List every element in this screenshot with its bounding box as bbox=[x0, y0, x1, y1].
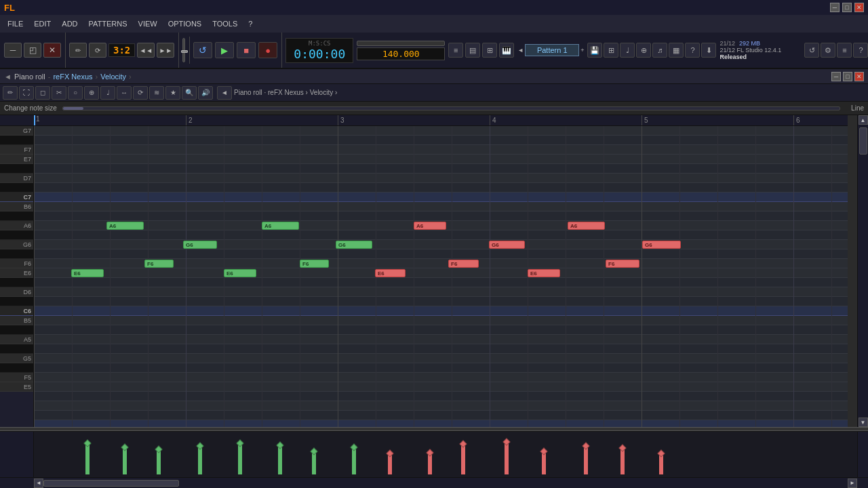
down-icon[interactable]: ⬇ bbox=[701, 43, 716, 58]
pr-section[interactable]: Velocity bbox=[100, 73, 126, 81]
tb-draw[interactable]: ✏ bbox=[69, 43, 87, 58]
pr-tool-select[interactable]: ⛶ bbox=[19, 86, 34, 100]
pattern-nav-right[interactable]: + bbox=[580, 47, 584, 54]
grid-row-22[interactable] bbox=[34, 335, 848, 344]
note-13[interactable]: A6 bbox=[568, 222, 605, 230]
key-D6[interactable]: D6 bbox=[0, 287, 33, 297]
grid-row-11[interactable] bbox=[34, 230, 848, 240]
grid-row-31[interactable] bbox=[34, 420, 848, 427]
key-Fs7[interactable] bbox=[0, 136, 33, 145]
pr-close[interactable]: ✕ bbox=[854, 72, 864, 81]
vel-bar-13[interactable] bbox=[584, 446, 588, 474]
h-scroll-track[interactable] bbox=[43, 479, 848, 487]
maximize-button[interactable]: □ bbox=[842, 3, 852, 12]
pr-tool-speaker[interactable]: 🔊 bbox=[198, 86, 213, 100]
pattern-nav-left[interactable]: ◄ bbox=[517, 47, 524, 54]
grid-row-9[interactable] bbox=[34, 211, 848, 221]
vel-bar-10[interactable] bbox=[461, 444, 465, 474]
vel-bar-1[interactable] bbox=[123, 447, 127, 474]
piano-icon[interactable]: ♩ bbox=[620, 43, 635, 58]
key-G5[interactable]: G5 bbox=[0, 354, 33, 363]
h-scroll-thumb[interactable] bbox=[43, 480, 179, 487]
pr-instrument[interactable]: reFX Nexus bbox=[53, 73, 92, 81]
pr-maximize[interactable]: □ bbox=[843, 72, 852, 81]
menu-view[interactable]: VIEW bbox=[134, 18, 162, 29]
note-14[interactable]: F6 bbox=[606, 260, 639, 268]
vel-bar-3[interactable] bbox=[198, 446, 202, 474]
settings-icon[interactable]: ≡ bbox=[837, 43, 852, 58]
vel-bar-7[interactable] bbox=[352, 447, 356, 474]
note-11[interactable]: G6 bbox=[489, 241, 525, 249]
tb-pattern-left[interactable]: ◄◄ bbox=[137, 43, 155, 58]
horizontal-scrollbar[interactable]: ◄ ► bbox=[0, 477, 868, 488]
grid-row-2[interactable] bbox=[34, 145, 848, 155]
vel-bar-0[interactable] bbox=[85, 443, 90, 474]
grid-row-4[interactable] bbox=[34, 164, 848, 174]
note-9[interactable]: A6 bbox=[414, 222, 446, 230]
grid-row-24[interactable] bbox=[34, 354, 848, 363]
stop-button[interactable]: ■ bbox=[237, 42, 256, 58]
note-2[interactable]: F6 bbox=[144, 260, 174, 268]
grid-row-7[interactable] bbox=[34, 192, 848, 202]
key-C7[interactable]: C7 bbox=[0, 192, 33, 202]
grid-row-13[interactable] bbox=[34, 249, 848, 259]
grid-row-25[interactable] bbox=[34, 363, 848, 373]
key-Cs7[interactable] bbox=[0, 183, 33, 192]
key-B6[interactable]: B6 bbox=[0, 202, 33, 211]
key-G7[interactable]: G7 bbox=[0, 126, 33, 136]
close-button[interactable]: ✕ bbox=[854, 3, 864, 12]
grid-row-27[interactable] bbox=[34, 382, 848, 392]
grid-row-18[interactable] bbox=[34, 297, 848, 306]
grid-row-16[interactable] bbox=[34, 278, 848, 287]
key-B5[interactable]: B5 bbox=[0, 316, 33, 325]
velocity-grid[interactable] bbox=[34, 432, 857, 477]
key-C6[interactable]: C6 bbox=[0, 306, 33, 316]
note-4[interactable]: E6 bbox=[224, 269, 256, 277]
mixer-icon[interactable]: ≡ bbox=[448, 43, 463, 58]
grid-row-6[interactable] bbox=[34, 183, 848, 192]
tb-minimize[interactable]: ─ bbox=[4, 43, 22, 58]
piano-roll-icon[interactable]: 🎹 bbox=[499, 43, 514, 58]
note-7[interactable]: G6 bbox=[336, 241, 372, 249]
key-Ds6[interactable] bbox=[0, 278, 33, 287]
grid-scroll[interactable]: 1 2 3 4 5 6 bbox=[34, 115, 857, 427]
vel-bar-4[interactable] bbox=[238, 443, 242, 474]
tb-close[interactable]: ✕ bbox=[43, 43, 61, 58]
save-icon[interactable]: 💾 bbox=[587, 43, 602, 58]
vel-bar-8[interactable] bbox=[388, 453, 392, 474]
key-A6[interactable]: A6 bbox=[0, 221, 33, 230]
midi-icon[interactable]: ♬ bbox=[652, 43, 667, 58]
key-F7[interactable]: F7 bbox=[0, 145, 33, 155]
key-E6[interactable]: E6 bbox=[0, 268, 33, 278]
note-6[interactable]: F6 bbox=[300, 260, 329, 268]
vel-bar-2[interactable] bbox=[157, 449, 161, 474]
vel-bar-12[interactable] bbox=[542, 451, 546, 474]
browser-icon[interactable]: ▤ bbox=[465, 43, 480, 58]
pr-nav-prev[interactable]: ◄ bbox=[217, 86, 232, 100]
key-Gs6[interactable] bbox=[0, 230, 33, 240]
note-10[interactable]: F6 bbox=[448, 260, 479, 268]
pr-tool-zoom[interactable]: ⊕ bbox=[84, 86, 99, 100]
scroll-track[interactable] bbox=[859, 125, 868, 418]
grid-row-21[interactable] bbox=[34, 325, 848, 335]
menu-edit[interactable]: EDIT bbox=[29, 18, 56, 29]
tb-wheel[interactable]: ⟳ bbox=[89, 43, 106, 58]
pr-tool-cut[interactable]: ✂ bbox=[52, 86, 66, 100]
bpm-display[interactable]: 140.000 bbox=[357, 47, 445, 60]
note-5[interactable]: A6 bbox=[262, 222, 299, 230]
grid-scroll-area[interactable]: 1 2 3 4 5 6 bbox=[34, 115, 857, 427]
help2-icon[interactable]: ? bbox=[685, 43, 700, 58]
right-scrollbar[interactable]: ▲ ▼ bbox=[857, 115, 868, 427]
loop-button[interactable]: ↺ bbox=[193, 42, 212, 58]
menu-tools[interactable]: TOOLS bbox=[208, 18, 242, 29]
vel-bar-6[interactable] bbox=[312, 451, 316, 474]
pr-tool-erase[interactable]: ◻ bbox=[35, 86, 50, 100]
grid-row-17[interactable] bbox=[34, 287, 848, 297]
grid-row-5[interactable] bbox=[34, 174, 848, 183]
scroll-thumb[interactable] bbox=[859, 127, 867, 155]
key-Fs6[interactable] bbox=[0, 249, 33, 259]
pr-tool-strum[interactable]: ≋ bbox=[149, 86, 164, 100]
key-Ds7[interactable] bbox=[0, 164, 33, 174]
record-button[interactable]: ● bbox=[258, 42, 277, 58]
grid-row-26[interactable] bbox=[34, 373, 848, 382]
